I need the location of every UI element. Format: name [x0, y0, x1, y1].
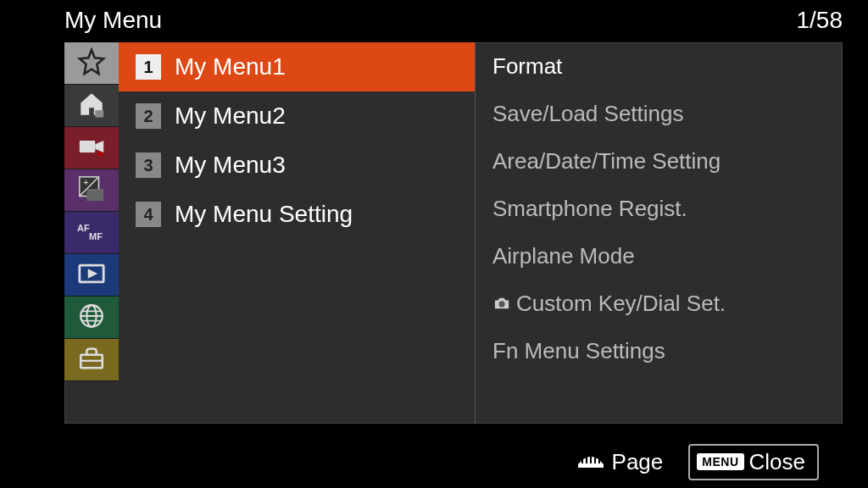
svg-rect-19 — [590, 456, 592, 463]
tab-star[interactable] — [64, 42, 119, 85]
header-bar: My Menu 1/58 — [64, 3, 843, 37]
close-button[interactable]: MENU Close — [688, 444, 819, 480]
submenu-item[interactable]: 4 My Menu Setting — [119, 190, 475, 239]
menu-item[interactable]: Save/Load Settings — [476, 90, 843, 137]
menu-item[interactable]: Custom Key/Dial Set. — [476, 280, 843, 327]
camera-icon — [492, 296, 511, 311]
submenu-label: My Menu Setting — [175, 201, 353, 228]
submenu-number: 3 — [136, 152, 161, 178]
page-counter: 1/58 — [797, 7, 843, 34]
page-hint: Page — [576, 449, 664, 475]
svg-rect-5 — [86, 189, 103, 201]
footer-hints: Page MENU Close — [475, 441, 843, 483]
submenu-label: My Menu1 — [175, 53, 286, 80]
submenu-number: 4 — [136, 202, 161, 227]
menu-item-label: Fn Menu Settings — [492, 338, 665, 364]
menu-item[interactable]: Area/Date/Time Setting — [476, 137, 843, 185]
svg-text:AF: AF — [77, 223, 90, 233]
afmf-icon: AFMF — [77, 217, 106, 249]
svg-rect-18 — [586, 457, 587, 463]
submenu-item[interactable]: 2 My Menu2 — [119, 92, 475, 141]
home-icon — [77, 90, 106, 122]
toolbox-icon — [77, 344, 106, 376]
menu-item-label: Area/Date/Time Setting — [492, 148, 721, 175]
submenu-label: My Menu2 — [175, 103, 286, 130]
tab-globe[interactable] — [64, 297, 119, 339]
submenu-number: 2 — [136, 103, 161, 129]
menu-badge: MENU — [697, 453, 743, 470]
submenu-label: My Menu3 — [175, 152, 286, 179]
svg-point-2 — [97, 151, 103, 156]
exposure-icon: + — [77, 175, 106, 207]
close-label: Close — [749, 449, 805, 475]
tab-home[interactable] — [64, 85, 119, 127]
svg-rect-20 — [594, 457, 596, 463]
category-sidebar: +AFMF — [64, 42, 119, 424]
dial-icon — [576, 449, 605, 475]
menu-item-label: Airplane Mode — [492, 243, 635, 269]
menu-item-label: Smartphone Regist. — [492, 196, 687, 222]
menu-item[interactable]: Airplane Mode — [476, 232, 843, 280]
tab-playback[interactable] — [64, 254, 119, 297]
svg-rect-0 — [95, 110, 103, 118]
playback-icon — [77, 259, 106, 291]
menu-item-label: Save/Load Settings — [492, 101, 684, 127]
menu-title: My Menu — [64, 7, 162, 34]
video-icon — [77, 132, 106, 164]
submenu-item[interactable]: 1 My Menu1 — [119, 42, 475, 92]
svg-text:+: + — [83, 176, 89, 186]
camera-menu-screen: My Menu 1/58 +AFMF 1 My Menu1 2 My Menu2… — [0, 0, 868, 488]
menu-item[interactable]: Smartphone Regist. — [476, 185, 843, 232]
menu-item[interactable]: Fn Menu Settings — [476, 327, 843, 374]
svg-rect-1 — [80, 140, 95, 152]
submenu-item[interactable]: 3 My Menu3 — [119, 141, 475, 190]
tab-exposure[interactable]: + — [64, 169, 119, 212]
page-hint-label: Page — [612, 449, 664, 475]
globe-icon — [77, 302, 106, 334]
tab-toolbox[interactable] — [64, 339, 119, 381]
tab-video[interactable] — [64, 127, 119, 169]
svg-rect-17 — [581, 459, 583, 463]
menu-item[interactable]: Format — [476, 42, 843, 90]
menu-items-list: FormatSave/Load SettingsArea/Date/Time S… — [475, 42, 843, 424]
menu-item-label: Custom Key/Dial Set. — [516, 291, 726, 317]
submenu-number: 1 — [136, 54, 161, 80]
svg-rect-21 — [598, 459, 600, 463]
tab-afmf[interactable]: AFMF — [64, 212, 119, 254]
submenu-list: 1 My Menu1 2 My Menu2 3 My Menu3 4 My Me… — [119, 42, 475, 424]
svg-text:MF: MF — [89, 231, 103, 241]
menu-item-label: Format — [492, 53, 562, 80]
svg-point-16 — [498, 301, 504, 307]
star-icon — [77, 47, 106, 80]
